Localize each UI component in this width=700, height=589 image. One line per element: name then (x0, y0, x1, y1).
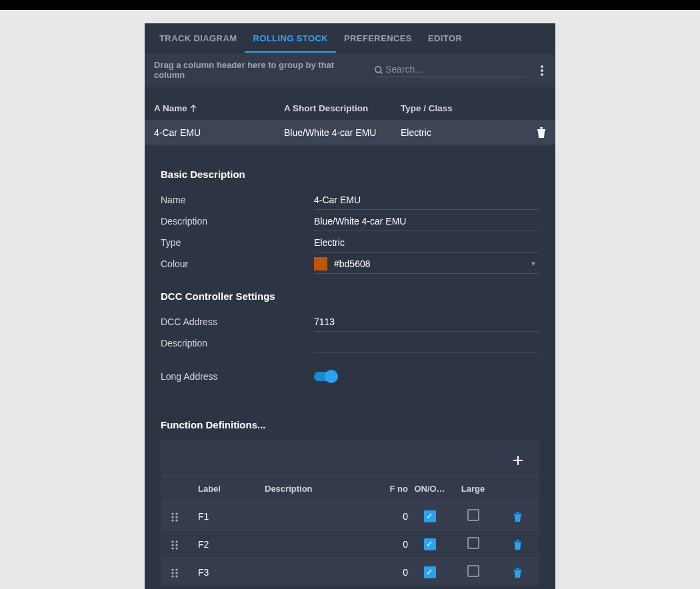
delete-row-icon[interactable] (537, 127, 546, 137)
svg-rect-32 (514, 570, 521, 571)
toggle-long-address[interactable] (314, 372, 335, 381)
func-header-fno[interactable]: F no (371, 484, 408, 494)
svg-rect-25 (517, 540, 519, 541)
tab-editor[interactable]: EDITOR (420, 23, 470, 53)
svg-rect-7 (540, 127, 543, 129)
label-description: Description (161, 216, 314, 227)
drag-handle-icon[interactable] (171, 567, 178, 578)
colour-hex: #bd5608 (334, 259, 371, 269)
svg-point-21 (175, 544, 177, 546)
group-hint: Drag a column header here to group by th… (154, 60, 363, 80)
func-large-checkbox[interactable] (467, 537, 479, 549)
svg-rect-24 (514, 542, 521, 543)
label-long-address: Long Address (161, 371, 314, 382)
table-row[interactable]: 4-Car EMU Blue/White 4-car EMU Electric (145, 120, 555, 145)
svg-point-20 (171, 544, 173, 546)
svg-point-30 (171, 575, 173, 577)
search-input[interactable] (385, 64, 527, 75)
function-row: F30 (161, 558, 539, 586)
svg-point-28 (171, 572, 173, 574)
column-header-name-label: A Name (154, 103, 187, 113)
func-fno: 0 (371, 567, 408, 578)
func-header-large[interactable]: Large (451, 484, 495, 494)
row-type: Electric (401, 127, 494, 138)
add-function-icon[interactable] (513, 452, 523, 467)
section-dcc-title: DCC Controller Settings (161, 291, 539, 302)
svg-point-19 (175, 540, 177, 542)
column-header-name[interactable]: A Name (154, 103, 284, 113)
func-header-desc[interactable]: Description (265, 484, 371, 494)
svg-rect-33 (517, 568, 519, 569)
function-headers: Label Description F no ON/O… Large (161, 475, 539, 502)
group-bar: Drag a column header here to group by th… (145, 53, 555, 87)
svg-point-22 (171, 547, 173, 549)
field-description[interactable]: Blue/White 4-car EMU (314, 212, 539, 231)
svg-point-11 (175, 512, 177, 514)
svg-point-26 (171, 568, 173, 570)
tab-track-diagram[interactable]: TRACK DIAGRAM (151, 23, 245, 53)
label-type: Type (161, 237, 314, 248)
toggle-knob (325, 370, 338, 383)
field-dcc-address[interactable]: 7113 (314, 312, 539, 332)
func-fno: 0 (371, 539, 408, 550)
tab-preferences[interactable]: PREFERENCES (336, 23, 420, 53)
func-label: F3 (198, 567, 265, 578)
tab-bar: TRACK DIAGRAM ROLLING STOCK PREFERENCES … (145, 23, 555, 53)
func-label: F2 (198, 539, 265, 550)
func-label: F1 (198, 511, 265, 522)
svg-rect-16 (514, 514, 521, 515)
svg-point-29 (175, 572, 177, 574)
func-onoff-checkbox[interactable] (424, 538, 436, 550)
svg-point-15 (175, 519, 177, 521)
label-name: Name (161, 195, 314, 205)
func-onoff-checkbox[interactable] (424, 510, 436, 522)
func-header-label[interactable]: Label (198, 484, 265, 494)
kebab-menu-icon[interactable] (538, 63, 546, 77)
column-header-type[interactable]: Type / Class (401, 103, 494, 113)
field-colour[interactable]: #bd5608 ▼ (314, 255, 539, 274)
svg-point-27 (175, 568, 177, 570)
label-colour: Colour (161, 259, 314, 269)
svg-rect-6 (537, 129, 545, 131)
delete-function-icon[interactable] (513, 510, 522, 521)
func-header-onoff[interactable]: ON/O… (408, 484, 451, 494)
delete-function-icon[interactable] (513, 566, 522, 577)
row-name: 4-Car EMU (154, 127, 284, 138)
column-headers: A Name A Short Description Type / Class (145, 87, 555, 120)
field-dcc-description[interactable] (314, 334, 539, 352)
func-large-checkbox[interactable] (467, 509, 479, 521)
drag-handle-icon[interactable] (171, 511, 178, 522)
field-type[interactable]: Electric (314, 233, 539, 253)
svg-point-13 (175, 516, 177, 518)
label-dcc-description: Description (161, 338, 314, 348)
app-panel: TRACK DIAGRAM ROLLING STOCK PREFERENCES … (145, 23, 555, 589)
column-header-desc[interactable]: A Short Description (284, 103, 401, 113)
svg-point-10 (171, 512, 173, 514)
svg-point-4 (541, 73, 543, 76)
section-func-title: Function Definitions... (161, 419, 539, 430)
search-field[interactable] (374, 63, 527, 77)
svg-point-23 (175, 547, 177, 549)
svg-point-12 (171, 516, 173, 518)
drag-handle-icon[interactable] (171, 539, 178, 550)
svg-line-1 (380, 71, 382, 73)
svg-rect-17 (517, 512, 519, 513)
detail-panel: Basic Description Name 4-Car EMU Descrip… (145, 145, 555, 589)
func-onoff-checkbox[interactable] (424, 566, 436, 578)
tab-rolling-stock[interactable]: ROLLING STOCK (245, 23, 336, 53)
label-dcc-address: DCC Address (161, 316, 314, 327)
svg-point-18 (171, 540, 173, 542)
section-basic-title: Basic Description (161, 169, 539, 180)
svg-point-2 (541, 65, 543, 68)
row-desc: Blue/White 4-car EMU (284, 127, 401, 138)
function-row: F20 (161, 530, 539, 558)
function-table: Label Description F no ON/O… Large F10F2… (161, 440, 539, 586)
func-large-checkbox[interactable] (467, 565, 479, 577)
search-icon (374, 64, 384, 75)
delete-function-icon[interactable] (513, 538, 522, 549)
svg-point-3 (541, 69, 543, 72)
field-name[interactable]: 4-Car EMU (314, 191, 539, 210)
colour-swatch (314, 257, 327, 271)
func-fno: 0 (371, 511, 408, 522)
function-row: F10 (161, 502, 539, 530)
